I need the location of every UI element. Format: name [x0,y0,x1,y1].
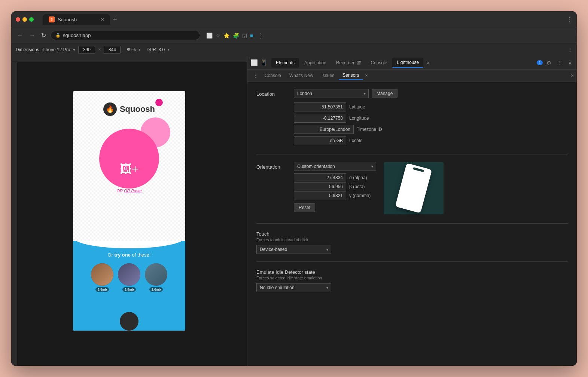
phone-visual [395,163,432,213]
gamma-input[interactable] [294,191,346,200]
latitude-row: Latitude [294,102,568,111]
height-input[interactable] [104,46,121,53]
idle-select-wrapper: No idle emulation ▾ [256,283,331,292]
traffic-lights [16,17,34,22]
phone-preview-area: 🔥 Squoosh 🖼+ OR OR Paste Or try one [11,56,247,366]
try-one-bold: try one [115,252,131,258]
phone-frame: 🔥 Squoosh 🖼+ OR OR Paste Or try one [73,91,185,331]
reload-button[interactable]: ↻ [40,30,48,40]
wave-decoration [73,241,185,248]
latitude-label: Latitude [349,104,365,110]
location-label: Location [256,89,286,145]
devtools-inspect-icon[interactable]: ⬜ [250,59,258,66]
tab-bar: S Squoosh × + [43,14,563,25]
extension-puzzle-icon: 🧩 [233,33,239,39]
reset-button[interactable]: Reset [294,203,315,212]
longitude-input[interactable] [294,114,346,123]
timezone-input[interactable] [294,125,354,134]
url-bar[interactable]: 🔒 squoosh.app [51,31,200,40]
sample-image-2[interactable] [118,263,140,286]
sub-tabs-more-icon: ⋮ [250,71,260,80]
more-tabs-icon[interactable]: » [424,58,432,67]
section-divider-3 [256,261,568,262]
sample-2-size: 2.9mb [122,287,135,292]
sub-tab-whats-new[interactable]: What's New [286,71,317,80]
devtools-more-button[interactable]: ⋮ [555,58,565,67]
deco-circle-pink-large [99,129,159,188]
dimension-separator: × [98,47,101,52]
devtools-toolbar-icons: 1 ⚙ ⋮ × [537,58,574,67]
star-icon: ⭐ [223,33,230,39]
chrome-more-button[interactable]: ⋮ [258,31,264,40]
alpha-input[interactable] [294,173,346,182]
location-section: Location London ▾ Manage [256,89,568,145]
devtools-settings-button[interactable]: ⚙ [544,58,554,67]
alpha-row: α (alpha) [294,173,376,182]
tab-elements[interactable]: Elements [271,58,299,68]
sub-tab-console[interactable]: Console [261,71,285,80]
locale-row: Locale [294,136,568,145]
devtools-panel: ⬜ 📱 Elements Application Recorder 🎬 Cons… [247,56,577,366]
idle-title: Emulate Idle Detector state [256,269,568,275]
tab-lighthouse[interactable]: Lighthouse [392,58,423,68]
location-fields: London ▾ Manage Latitude Lon [294,89,568,145]
close-window-button[interactable] [16,17,20,22]
recorder-icon: 🎬 [356,61,361,65]
dimensions-dropdown-icon[interactable]: ▾ [73,47,75,52]
upload-button[interactable]: 🖼+ [120,162,139,176]
orientation-select[interactable]: Custom orientation [294,162,376,171]
sub-tab-issues[interactable]: Issues [318,71,338,80]
minimize-window-button[interactable] [22,17,27,22]
longitude-row: Longitude [294,114,568,123]
squoosh-bottom-icon [120,312,138,331]
dpr-dropdown-icon[interactable]: ▾ [168,47,170,52]
idle-select[interactable]: No idle emulation [256,283,331,292]
browser-tab-squoosh[interactable]: S Squoosh × [43,14,110,25]
devtools-device-icon[interactable]: 📱 [260,59,268,66]
manage-button[interactable]: Manage [372,89,397,98]
tab-recorder[interactable]: Recorder 🎬 [332,58,366,68]
sample-images-row: 2.8mb 2.9mb 1.6mb [73,263,185,292]
zoom-dropdown-icon[interactable]: ▾ [138,47,140,52]
section-divider-1 [256,154,568,154]
tab-close-button[interactable]: × [101,16,104,22]
sample-image-3[interactable] [145,263,167,286]
location-select-wrapper: London ▾ [294,89,369,98]
orientation-phone-preview [384,162,444,214]
toolbar-more-button[interactable]: ⋮ [568,47,572,52]
devtools-close-button[interactable]: × [566,58,574,67]
panel-close-button[interactable]: × [571,73,574,79]
sample-image-1[interactable] [91,263,113,286]
new-tab-button[interactable]: + [110,14,120,25]
or-paste-text: OR OR Paste [116,188,141,193]
tab-application[interactable]: Application [300,58,331,68]
sample-3-size: 1.6mb [149,287,162,292]
tab-console[interactable]: Console [366,58,392,68]
browser-window: S Squoosh × + ⋮ ← → ↻ 🔒 squoosh.app ⬜ ☆ … [11,11,577,366]
forward-button[interactable]: → [28,31,37,40]
maximize-window-button[interactable] [29,17,34,22]
beta-input[interactable] [294,182,346,191]
locale-input[interactable] [294,136,346,145]
bookmark-icon: ☆ [216,33,220,39]
orientation-fields: Custom orientation ▾ α (alpha) [294,162,568,214]
touch-select[interactable]: Device-based [256,245,331,254]
idle-description: Forces selected idle state emulation [256,276,568,280]
lock-icon: 🔒 [55,33,61,38]
orientation-label: Orientation [256,162,286,214]
paste-link[interactable]: OR Paste [124,188,142,193]
width-input[interactable] [78,46,95,53]
gamma-label: γ (gamma) [349,193,371,198]
devtools-sub-tabs: ⋮ Console What's New Issues Sensors × × [247,70,577,82]
touch-select-wrapper: Device-based ▾ [256,245,331,254]
deco-circle-pink-small [155,99,163,106]
back-button[interactable]: ← [16,31,25,40]
location-select[interactable]: London [294,89,369,98]
touch-description: Forces touch instead of click [256,237,568,242]
zoom-select[interactable]: 89% [127,47,135,52]
sub-tab-sensors[interactable]: Sensors [339,71,363,80]
sub-tab-sensors-close[interactable]: × [363,73,369,78]
latitude-input[interactable] [294,102,346,111]
sample-2-container: 2.9mb [118,263,140,292]
locale-label: Locale [349,138,362,143]
